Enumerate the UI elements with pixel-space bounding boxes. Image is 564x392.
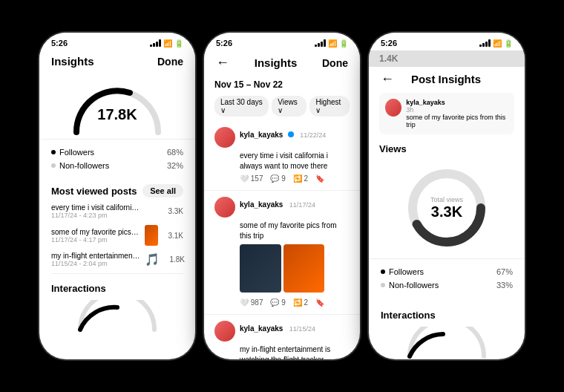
phone-2: 5:26 📶 🔋 ← Insights Done <box>204 33 360 359</box>
comment-icon-1[interactable]: 💬 9 <box>270 174 285 183</box>
avatar-2 <box>214 197 235 218</box>
views-section-title: Views <box>369 139 525 157</box>
status-icons-2: 📶 🔋 <box>315 39 348 48</box>
followers-section-1: Followers 68% Non-followers 32% <box>39 139 195 178</box>
done-button-2[interactable]: Done <box>322 57 348 69</box>
arc-container-1: 17.8K <box>39 74 195 139</box>
avatar-3 <box>214 321 235 342</box>
svg-text:17.8K: 17.8K <box>97 106 137 122</box>
most-viewed-header: Most viewed posts See all <box>39 178 195 200</box>
repost-icon-1[interactable]: 🔁 2 <box>293 174 308 183</box>
see-all-button[interactable]: See all <box>142 184 183 197</box>
post-row-3[interactable]: my in-flight entertainment is w... 11/15… <box>39 249 195 270</box>
non-followers-dot-3 <box>381 283 385 287</box>
nav-title-2: Insights <box>255 56 298 69</box>
like-icon-1[interactable]: 🤍 157 <box>240 174 263 183</box>
verified-badge-1 <box>288 131 294 137</box>
nav-header-3: ← Post Insights <box>369 67 525 93</box>
wifi-icon-2: 📶 <box>328 39 337 48</box>
back-button-3[interactable]: ← <box>381 71 394 87</box>
status-bar-3: 5:26 📶 🔋 <box>369 33 525 50</box>
image-dark <box>240 244 281 293</box>
signal-icon-2 <box>315 39 326 47</box>
wifi-icon-3: 📶 <box>493 39 502 48</box>
filter-period[interactable]: Last 30 days ∨ <box>214 96 269 117</box>
divider-1 <box>51 273 183 274</box>
status-icons-1: 📶 🔋 <box>150 39 183 48</box>
like-icon-2[interactable]: 🤍 987 <box>240 298 263 307</box>
interactions-title-1: Interactions <box>39 277 195 297</box>
time-3: 5:26 <box>381 39 397 48</box>
phone-1: 5:26 📶 🔋 Insights Done <box>39 33 195 359</box>
interactions-chart-1 <box>73 300 162 333</box>
nav-header-2: ← Insights Done <box>204 50 360 76</box>
nav-title-1: Insights <box>51 55 94 68</box>
signal-icon <box>150 39 161 47</box>
feed-post-1[interactable]: kyla_kayaks 11/22/24 every time i visit … <box>204 121 360 191</box>
feed-post-2[interactable]: kyla_kayaks 11/17/24 some of my favorite… <box>204 191 360 315</box>
battery-icon-2: 🔋 <box>339 39 348 48</box>
interactions-arc-1 <box>39 297 195 336</box>
followers-dot-1 <box>51 150 56 154</box>
arc-chart-1: 17.8K <box>65 76 169 136</box>
back-button-2[interactable]: ← <box>216 55 229 71</box>
donut-chart-container: Total views 3.3K <box>369 157 525 258</box>
status-bar-1: 5:26 📶 🔋 <box>39 33 195 50</box>
filters-row: Last 30 days ∨ Views ∨ Highest ∨ <box>204 93 360 121</box>
filter-views[interactable]: Views ∨ <box>272 96 306 117</box>
interactions-arc-3 <box>369 324 525 359</box>
battery-icon-3: 🔋 <box>504 39 513 48</box>
post-thumb-2 <box>145 225 158 246</box>
status-bar-2: 5:26 📶 🔋 <box>204 33 360 50</box>
comment-icon-2[interactable]: 💬 9 <box>270 298 285 307</box>
audio-icon: 🎵 <box>145 252 160 267</box>
nav-title-3: Post Insights <box>411 73 481 85</box>
avatar-1 <box>214 127 235 148</box>
phone-3: 5:26 📶 🔋 1.4K ← Po <box>369 33 525 359</box>
battery-icon: 🔋 <box>174 39 183 48</box>
non-followers-dot-1 <box>51 163 56 168</box>
time-2: 5:26 <box>216 39 232 48</box>
non-followers-row-1: Non-followers 32% <box>51 159 183 172</box>
followers-row-1: Followers 68% <box>51 146 183 159</box>
post-row-2[interactable]: some of my favorite pics from... 11/17/2… <box>39 222 195 249</box>
feed-images-2 <box>240 244 324 293</box>
date-range-bar: Nov 15 – Nov 22 <box>204 76 360 93</box>
interactions-chart-3 <box>402 327 491 359</box>
feed-post-3[interactable]: kyla_kayaks 11/15/24 my in-flight entert… <box>204 315 360 359</box>
nav-header-1: Insights Done <box>39 50 195 74</box>
donut-label: Total views 3.3K <box>430 196 463 220</box>
time-1: 5:26 <box>51 39 68 48</box>
repost-icon-2[interactable]: 🔁 2 <box>293 298 308 307</box>
bookmark-icon-2[interactable]: 🔖 <box>315 298 324 307</box>
interactions-title-3: Interactions <box>369 304 525 324</box>
followers-section-3: Followers 67% Non-followers 33% <box>369 258 525 298</box>
status-icons-3: 📶 🔋 <box>479 39 513 48</box>
done-button-1[interactable]: Done <box>157 56 183 68</box>
behind-nav-bar: 1.4K <box>369 50 525 67</box>
image-orange <box>283 244 325 293</box>
post-preview-card: kyla_kayaks 3h some of my favorite pics … <box>379 93 514 134</box>
filter-highest[interactable]: Highest ∨ <box>309 96 350 117</box>
feed-actions-2: 🤍 987 💬 9 🔁 2 🔖 <box>240 295 350 310</box>
followers-dot-3 <box>381 270 385 274</box>
feed-actions-1: 🤍 157 💬 9 🔁 2 🔖 <box>240 172 350 186</box>
post-row-1[interactable]: every time i visit california i always w… <box>39 200 195 222</box>
bookmark-icon-1[interactable]: 🔖 <box>315 174 324 183</box>
wifi-icon: 📶 <box>163 39 172 48</box>
date-range: Nov 15 – Nov 22 <box>214 79 283 90</box>
post-preview-avatar <box>385 99 401 117</box>
signal-icon-3 <box>479 39 491 47</box>
